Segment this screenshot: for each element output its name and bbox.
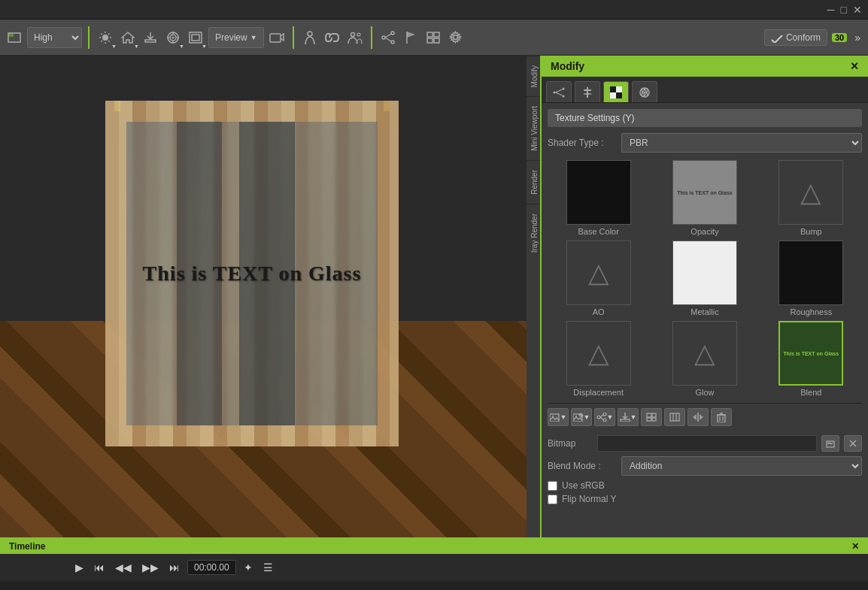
modify-close-icon[interactable]: ✕ — [850, 60, 859, 72]
conform-button[interactable]: Conform — [764, 29, 827, 46]
mini-viewport-tab[interactable]: Mini Viewport — [527, 96, 540, 160]
people-icon[interactable] — [345, 28, 365, 47]
texture-slot-glow: △ Glow — [654, 321, 755, 397]
render-tab[interactable]: Render — [527, 160, 540, 204]
scene-background: This is TEXT on Glass — [0, 56, 527, 537]
bitmap-load-btn[interactable] — [821, 435, 839, 452]
texture-thumb-blend[interactable]: This is TEXT on Glass — [778, 321, 843, 386]
texture-thumb-base-color[interactable] — [566, 160, 631, 225]
preview-button[interactable]: Preview ▼ — [208, 27, 264, 48]
texture-thumb-ao[interactable]: △ — [566, 241, 631, 305]
import-texture-btn[interactable]: ▼ — [618, 408, 639, 426]
texture-thumb-glow[interactable]: △ — [672, 321, 737, 386]
load-image-btn[interactable]: ▼ — [548, 408, 569, 426]
conform-icon — [771, 32, 783, 43]
texture-slot-opacity: This is TEXT on Glass Opacity — [654, 160, 755, 236]
modify-title: Modify — [551, 60, 584, 72]
step-back-button[interactable]: ◀◀ — [112, 560, 135, 575]
svg-point-41 — [563, 87, 565, 89]
quality-dropdown[interactable]: High Medium Low — [27, 27, 82, 48]
texture-thumb-roughness[interactable] — [778, 241, 843, 305]
bitmap-row: Bitmap — [548, 435, 862, 452]
svg-line-30 — [385, 34, 391, 38]
export-btn[interactable]: ▼ — [594, 408, 615, 426]
target-icon[interactable]: ▼ — [163, 28, 183, 47]
mod-tab-texture[interactable] — [603, 81, 629, 102]
svg-marker-76 — [700, 414, 703, 420]
flip-normal-y-checkbox[interactable] — [548, 495, 557, 504]
svg-line-63 — [600, 415, 603, 417]
home-icon[interactable]: ▼ — [118, 28, 138, 47]
bitmap-input[interactable] — [597, 435, 817, 452]
separator-3 — [371, 26, 372, 49]
svg-point-60 — [603, 413, 606, 416]
texture-slot-bump: △ Bump — [760, 160, 862, 236]
timeline-close-icon[interactable]: ✕ — [851, 541, 859, 552]
delete-texture-btn[interactable] — [711, 408, 732, 426]
go-to-start-button[interactable]: ⏮ — [91, 560, 108, 575]
svg-line-9 — [108, 33, 110, 35]
timeline-list-icon[interactable]: ☰ — [260, 560, 276, 575]
texture-slot-ao: △ AO — [548, 241, 649, 316]
expand-icon[interactable]: » — [851, 30, 863, 45]
texture-label-opacity: Opacity — [690, 227, 718, 236]
use-srgb-checkbox[interactable] — [548, 481, 557, 491]
import-icon[interactable] — [141, 28, 160, 47]
viewport[interactable]: This is TEXT on Glass — [0, 56, 527, 537]
glow-triangle-icon: △ — [694, 337, 715, 369]
minimize-icon[interactable]: ─ — [827, 4, 835, 16]
camera-icon[interactable] — [267, 28, 287, 47]
svg-rect-71 — [670, 413, 679, 421]
sun-icon[interactable]: ▼ — [96, 28, 115, 47]
modify-tab[interactable]: Modify — [527, 56, 540, 96]
svg-rect-36 — [427, 38, 432, 43]
node-icon[interactable] — [378, 28, 398, 47]
channels-btn[interactable] — [664, 408, 685, 426]
step-forward-button[interactable]: ▶▶ — [139, 560, 162, 575]
svg-line-8 — [108, 41, 110, 42]
texture-grid: Base Color This is TEXT on Glass Opacity… — [548, 160, 862, 397]
texture-settings-header: Texture Settings (Y) — [548, 109, 862, 127]
mod-tab-bones[interactable] — [575, 81, 600, 102]
texture-label-displacement: Displacement — [573, 388, 624, 397]
texture-label-base-color: Base Color — [578, 227, 618, 236]
chain-icon[interactable] — [323, 28, 342, 47]
close-win-icon[interactable]: ✕ — [853, 4, 862, 16]
svg-point-24 — [308, 32, 312, 36]
blend-mode-select[interactable]: Addition Multiply Screen Overlay Normal — [621, 456, 862, 476]
texture-label-glow: Glow — [695, 388, 714, 397]
viewport-icon[interactable] — [5, 28, 24, 47]
svg-point-57 — [552, 416, 554, 417]
grid2-icon[interactable] — [423, 28, 443, 47]
svg-point-38 — [454, 35, 458, 40]
texture-thumb-bump[interactable]: △ — [778, 160, 843, 225]
texture-thumb-metallic[interactable] — [672, 241, 737, 305]
frame-icon[interactable]: ▼ — [186, 28, 205, 47]
svg-point-16 — [172, 36, 175, 38]
gear2-icon[interactable] — [446, 28, 466, 47]
svg-point-83 — [828, 443, 830, 444]
figure-icon[interactable] — [300, 28, 320, 47]
iray-render-tab[interactable]: Iray Render — [527, 204, 540, 262]
svg-line-64 — [600, 417, 603, 419]
shader-type-select[interactable]: PBR Standard Iray Uber — [621, 133, 862, 153]
go-to-end-button[interactable]: ⏭ — [166, 560, 183, 575]
svg-point-59 — [575, 416, 577, 417]
bitmap-clear-btn[interactable] — [844, 435, 862, 452]
mod-tab-shader[interactable] — [632, 81, 657, 102]
mod-tab-connections[interactable] — [546, 81, 572, 102]
texture-label-metallic: Metallic — [690, 307, 718, 316]
timeline-sun-icon[interactable]: ✦ — [241, 560, 256, 575]
texture-label-bump: Bump — [800, 227, 822, 236]
play-button[interactable]: ▶ — [72, 560, 86, 575]
texture-thumb-opacity[interactable]: This is TEXT on Glass — [672, 160, 737, 225]
layers-btn[interactable] — [641, 408, 662, 426]
svg-rect-70 — [652, 418, 656, 421]
flag-icon[interactable] — [401, 28, 420, 47]
maximize-icon[interactable]: □ — [841, 4, 847, 16]
edit-image-btn[interactable]: ▼ — [571, 408, 592, 426]
texture-thumb-displacement[interactable]: △ — [566, 321, 631, 386]
flip-btn[interactable] — [687, 408, 709, 426]
shader-type-row: Shader Type : PBR Standard Iray Uber — [548, 133, 862, 153]
timeline-title: Timeline — [9, 541, 45, 552]
